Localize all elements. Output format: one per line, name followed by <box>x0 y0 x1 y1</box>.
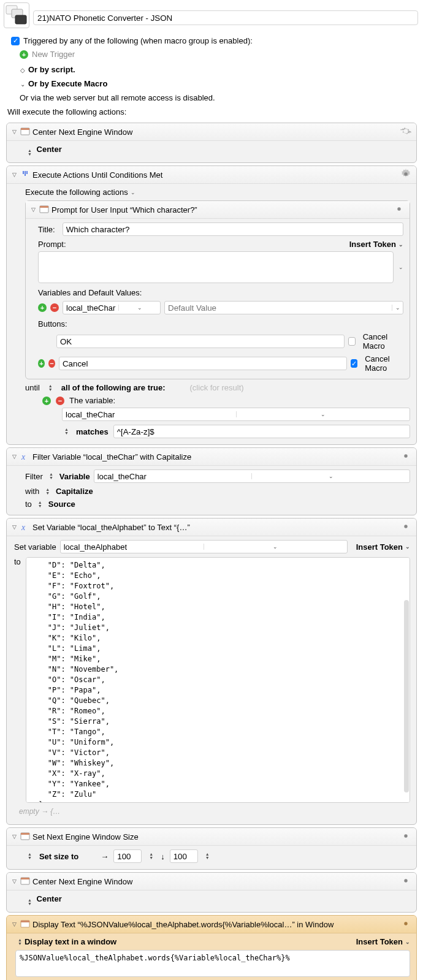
buttons-label: Buttons: <box>38 319 403 329</box>
svg-rect-2 <box>15 15 26 24</box>
prompt-token-chevron[interactable]: ⌄ <box>398 264 403 270</box>
svg-point-10 <box>404 454 407 457</box>
to-stepper[interactable]: ▲▼ <box>38 501 42 508</box>
action-filter-variable: ▽ x Filter Variable “local_theChar” with… <box>6 447 417 515</box>
center-stepper[interactable]: ▲▼ <box>28 898 32 906</box>
matches-stepper[interactable]: ▲▼ <box>64 428 69 435</box>
action-prompt-input: ▽ Prompt for User Input “Which character… <box>25 200 410 379</box>
add-condition-button[interactable]: + <box>42 397 51 405</box>
remove-condition-button[interactable]: − <box>56 397 64 405</box>
remove-var-button[interactable]: − <box>50 303 59 312</box>
capitalize-label[interactable]: Capitalize <box>56 487 93 496</box>
disclosure-icon[interactable]: ▽ <box>10 129 18 135</box>
exec-following-label: Execute the following actions <box>25 188 128 197</box>
var-name-select[interactable]: local_theChar <box>63 303 118 313</box>
or-execute-label: Or by Execute Macro <box>28 79 107 88</box>
gear-icon[interactable] <box>400 169 413 181</box>
action-set-variable: ▽ x Set Variable “local_theAlphabet” to … <box>6 518 417 825</box>
disclosure-icon[interactable]: ▽ <box>10 172 18 178</box>
disclosure-icon[interactable]: ▽ <box>10 524 18 530</box>
cancel-macro-checkbox-ok[interactable] <box>348 337 356 346</box>
disclosure-icon[interactable]: ▽ <box>10 834 18 840</box>
svg-rect-4 <box>21 128 29 130</box>
triggered-label: Triggered by any of the following (when … <box>23 36 253 45</box>
variable-word[interactable]: Variable <box>59 472 90 481</box>
empty-hint: empty → {… <box>14 805 410 818</box>
button-cancel-input[interactable] <box>59 357 347 370</box>
until-stepper[interactable]: ▲▼ <box>48 384 53 392</box>
macro-icon <box>4 2 29 28</box>
prompt-textarea[interactable] <box>38 251 394 283</box>
height-stepper[interactable]: ▲▼ <box>205 853 210 860</box>
add-button-button[interactable]: + <box>38 359 45 368</box>
exec-chevron-icon[interactable]: ⌄ <box>131 189 135 196</box>
display-mode-stepper[interactable]: ▲▼ <box>18 938 22 946</box>
gear-icon[interactable] <box>400 126 413 138</box>
matches-label[interactable]: matches <box>76 427 109 436</box>
window-icon <box>20 127 30 137</box>
disclosure-icon[interactable]: ▽ <box>10 921 18 927</box>
cancel-macro-label: Cancel Macro <box>365 354 403 373</box>
add-trigger-button[interactable]: + <box>20 50 28 59</box>
regex-input[interactable] <box>113 425 410 438</box>
filter-source-stepper[interactable]: ▲▼ <box>49 473 53 480</box>
the-variable-label: The variable: <box>69 396 115 405</box>
triggered-checkbox[interactable] <box>11 37 20 45</box>
window-icon <box>20 876 30 886</box>
title-input[interactable] <box>63 222 403 236</box>
will-execute-label: Will execute the following actions: <box>0 105 423 120</box>
cancel-macro-checkbox-cancel[interactable] <box>351 359 357 368</box>
source-label[interactable]: Source <box>48 499 75 509</box>
action-title: Set Next Engine Window Size <box>32 832 139 841</box>
new-trigger-link[interactable]: New Trigger <box>32 50 75 59</box>
action-execute-until: ▽ Execute Actions Until Conditions Met E… <box>6 165 417 445</box>
condition-variable-select[interactable]: local_theChar <box>63 410 236 419</box>
with-label: with <box>25 487 39 496</box>
gear-icon[interactable] <box>400 450 413 463</box>
insert-token-button[interactable]: Insert Token⌄ <box>356 937 410 946</box>
alphabet-textarea[interactable] <box>26 557 410 803</box>
disclosure-icon[interactable]: ▽ <box>29 207 37 213</box>
disclosure-icon[interactable]: ▽ <box>10 878 18 884</box>
width-stepper[interactable]: ▲▼ <box>149 853 153 860</box>
gear-icon[interactable] <box>400 521 413 533</box>
button-ok-input[interactable] <box>56 335 345 348</box>
display-mode-label[interactable]: Display text in a window <box>25 937 116 946</box>
with-stepper[interactable]: ▲▼ <box>45 488 50 495</box>
expand-execute-icon[interactable]: ⌄ <box>20 81 26 88</box>
macro-title-input[interactable] <box>33 10 418 25</box>
loop-icon <box>20 170 30 180</box>
remove-button-button[interactable]: − <box>48 359 55 368</box>
center-stepper[interactable]: ▲▼ <box>28 149 32 156</box>
window-icon <box>20 832 30 841</box>
svg-point-18 <box>404 879 407 882</box>
gear-icon[interactable] <box>400 830 413 843</box>
window-icon <box>20 919 30 929</box>
gear-icon[interactable] <box>400 875 413 887</box>
insert-token-button[interactable]: Insert Token⌄ <box>349 240 403 249</box>
all-true-label[interactable]: all of the following are true: <box>61 383 166 392</box>
cancel-macro-label: Cancel Macro <box>363 332 403 351</box>
title-label: Title: <box>38 225 55 234</box>
gear-icon[interactable] <box>400 918 413 930</box>
disclosure-icon[interactable]: ▽ <box>10 454 18 460</box>
setsize-stepper[interactable]: ▲▼ <box>28 853 32 860</box>
click-result-hint[interactable]: (click for result) <box>190 383 244 392</box>
scrollbar[interactable] <box>404 600 409 792</box>
display-text-textarea[interactable] <box>15 950 410 977</box>
action-title: Prompt for User Input “Which character?” <box>51 205 197 215</box>
svg-point-8 <box>397 207 400 210</box>
variable-icon: x <box>20 522 30 532</box>
height-input[interactable] <box>170 849 198 863</box>
filter-variable-select[interactable]: local_theChar <box>94 472 252 481</box>
gear-icon[interactable] <box>394 203 406 216</box>
insert-token-button[interactable]: Insert Token⌄ <box>356 542 410 552</box>
svg-rect-20 <box>21 921 29 922</box>
default-value-input[interactable] <box>165 302 392 313</box>
expand-script-icon[interactable]: ◇ <box>20 67 26 74</box>
add-var-button[interactable]: + <box>38 303 47 312</box>
setsize-label[interactable]: Set size to <box>39 852 78 861</box>
alphabet-var-select[interactable]: local_theAlphabet <box>61 542 204 552</box>
width-input[interactable] <box>113 849 142 863</box>
filter-word: Filter <box>25 472 43 481</box>
